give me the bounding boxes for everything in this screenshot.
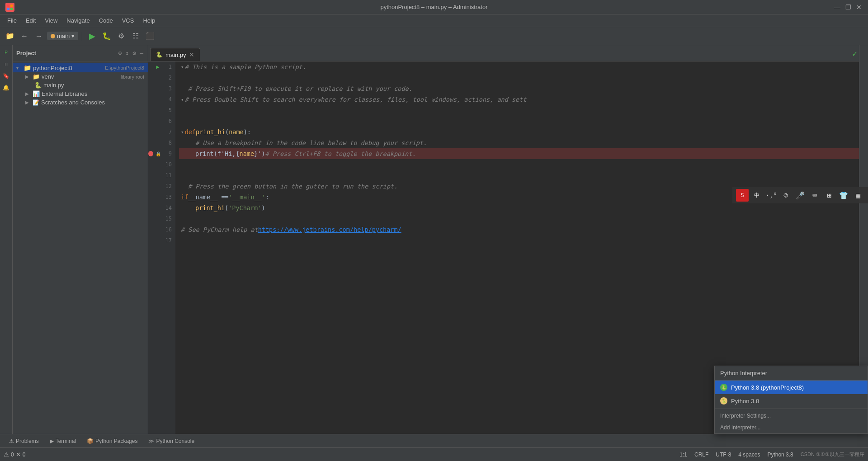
- nav-back-button[interactable]: ←: [18, 30, 31, 42]
- status-python-version[interactable]: Python 3.8: [767, 452, 793, 458]
- left-sidebar-icons: P ≡ 🔖 🔔: [0, 45, 13, 447]
- menu-code[interactable]: Code: [95, 16, 117, 25]
- interpreter-settings-action[interactable]: Interpreter Settings...: [715, 410, 868, 422]
- menu-view[interactable]: View: [41, 16, 61, 25]
- menu-edit[interactable]: Edit: [22, 16, 39, 25]
- tray-mic-icon[interactable]: 🎤: [794, 189, 807, 202]
- code-line-4: ▾ # Press Double Shift to search everywh…: [179, 94, 859, 105]
- run-button[interactable]: ▶: [86, 30, 99, 42]
- popup-separator: [715, 409, 868, 409]
- bottom-tab-terminal[interactable]: ▶ Terminal: [44, 436, 81, 446]
- tree-scratches-name: Scratches and Consoles: [41, 99, 144, 106]
- code-line-3: # Press Shift+F10 to execute it or repla…: [179, 83, 859, 94]
- title-bar: pythonProject8 – main.py – Administrator…: [0, 0, 868, 14]
- menu-navigate[interactable]: Navigate: [63, 16, 93, 25]
- svg-rect-2: [7, 8, 9, 10]
- tree-ext-libs-name: External Libraries: [42, 90, 144, 97]
- add-interpreter-action[interactable]: Add Interpreter...: [715, 422, 868, 433]
- status-warning-icon: ⚠: [4, 451, 9, 458]
- tree-item-root[interactable]: ▾ 📁 pythonProject8 E:\pythonProject8: [13, 63, 148, 72]
- close-button[interactable]: ✕: [855, 4, 863, 11]
- tray-sougou-icon[interactable]: S: [736, 189, 749, 202]
- status-encoding[interactable]: UTF-8: [716, 452, 731, 458]
- tree-venv-badge: library root: [121, 74, 144, 80]
- nav-forward-button[interactable]: →: [33, 30, 45, 42]
- debug-button[interactable]: 🐛: [100, 30, 113, 42]
- sidebar-icon-structure[interactable]: ≡: [1, 59, 12, 70]
- status-line-ending[interactable]: CRLF: [694, 452, 708, 458]
- tray-grid-icon[interactable]: ⊞: [823, 189, 835, 202]
- gutter-line-16: 16: [148, 224, 175, 235]
- interpreter-option-2-label: Python 3.8: [731, 398, 759, 405]
- status-position[interactable]: 1:1: [679, 452, 687, 458]
- branch-chevron: ▾: [71, 33, 75, 39]
- fold-icon-1[interactable]: ▾: [181, 64, 184, 70]
- app-logo: [5, 3, 14, 12]
- menu-file[interactable]: File: [4, 16, 20, 25]
- chevron-icon: ▾: [16, 66, 22, 71]
- sidebar-icon-bookmarks[interactable]: 🔖: [1, 71, 12, 81]
- system-tray: S 中 ·,° ☺ 🎤 ⌨ ⊞ 👕 ▦: [732, 187, 868, 203]
- bottom-tab-python-console[interactable]: ≫ Python Console: [143, 436, 200, 446]
- stop-button[interactable]: ⬛: [144, 30, 156, 42]
- coverage-button[interactable]: ☷: [129, 30, 142, 42]
- panel-hide-icon[interactable]: —: [139, 49, 144, 57]
- tray-shirt-icon[interactable]: 👕: [837, 189, 850, 202]
- tree-item-scratches[interactable]: ▶ 📝 Scratches and Consoles: [13, 98, 148, 107]
- code-gutter: ▶ 1 2 3 4 5: [148, 61, 175, 447]
- editor-checkmark: ✓: [852, 49, 857, 58]
- panel-settings-icon[interactable]: ⊕: [118, 49, 123, 57]
- gutter-line-17: 17: [148, 235, 175, 246]
- toolbar-separator-1: [82, 32, 82, 41]
- sidebar-icon-notifications[interactable]: 🔔: [1, 82, 12, 93]
- bottom-tab-problems[interactable]: ⚠ Problems: [4, 436, 44, 446]
- svg-rect-0: [7, 5, 9, 7]
- menu-help[interactable]: Help: [139, 16, 159, 25]
- packages-icon: 📦: [87, 438, 94, 444]
- bottom-tab-python-packages[interactable]: 📦 Python Packages: [81, 436, 143, 446]
- fold-icon-7[interactable]: ▾: [181, 129, 184, 135]
- panel-gear-icon[interactable]: ⚙: [132, 49, 137, 57]
- tab-close-button[interactable]: ✕: [189, 51, 194, 58]
- gutter-line-12: 12: [148, 181, 175, 192]
- ext-libs-icon: 📊: [33, 90, 40, 97]
- open-folder-button[interactable]: 📁: [4, 30, 16, 42]
- code-line-1: ▾ # This is a sample Python script.: [179, 61, 859, 72]
- minimize-button[interactable]: —: [834, 4, 841, 11]
- tree-item-mainpy[interactable]: 🐍 main.py: [13, 81, 148, 89]
- tree-item-venv[interactable]: ▶ 📁 venv library root: [13, 72, 148, 81]
- scratches-chevron: ▶: [25, 100, 31, 105]
- run-gutter-icon[interactable]: ▶: [155, 64, 161, 70]
- menu-vcs[interactable]: VCS: [118, 16, 138, 25]
- status-problems[interactable]: ⚠ 0 ✕ 0: [4, 451, 25, 458]
- fold-icon-4[interactable]: ▾: [181, 97, 184, 103]
- gutter-line-1: ▶ 1: [148, 61, 175, 72]
- status-indent[interactable]: 4 spaces: [738, 452, 760, 458]
- lock-gutter-icon: 🔒: [155, 151, 161, 157]
- code-line-14: print_hi ( 'PyCharm' ): [179, 202, 859, 213]
- branch-indicator: [51, 34, 55, 38]
- tray-squares-icon[interactable]: ▦: [852, 189, 864, 202]
- run-config-button[interactable]: ⚙: [115, 30, 127, 42]
- code-line-16: # See PyCharm help at https://www.jetbra…: [179, 224, 859, 235]
- tray-chinese-icon[interactable]: 中: [750, 189, 763, 202]
- sidebar-icon-project[interactable]: P: [1, 47, 12, 58]
- maximize-button[interactable]: ❐: [844, 4, 852, 11]
- tray-keyboard-icon[interactable]: ⌨: [808, 189, 821, 202]
- terminal-icon: ▶: [50, 438, 54, 444]
- code-line-17: [179, 235, 859, 246]
- breakpoint-marker[interactable]: [148, 151, 153, 156]
- interpreter-option-2[interactable]: 🐍 Python 3.8: [715, 394, 868, 408]
- panel-collapse-icon[interactable]: ↕: [125, 49, 130, 57]
- branch-selector[interactable]: main ▾: [47, 32, 78, 40]
- editor-tab-mainpy[interactable]: 🐍 main.py ✕: [150, 48, 200, 61]
- py-icon-1: 🐍: [720, 384, 727, 391]
- python-file-icon: 🐍: [34, 82, 42, 89]
- interpreter-option-1[interactable]: 🐍 Python 3.8 (pythonProject8): [715, 381, 868, 394]
- tree-item-ext-libs[interactable]: ▶ 📊 External Libraries: [13, 89, 148, 98]
- tray-emoji-icon[interactable]: ☺: [779, 189, 792, 202]
- gutter-line-10: 10: [148, 159, 175, 170]
- code-line-5: [179, 105, 859, 116]
- gutter-line-9: 🔒 9: [148, 148, 175, 159]
- tray-dot-icon[interactable]: ·,°: [765, 189, 778, 202]
